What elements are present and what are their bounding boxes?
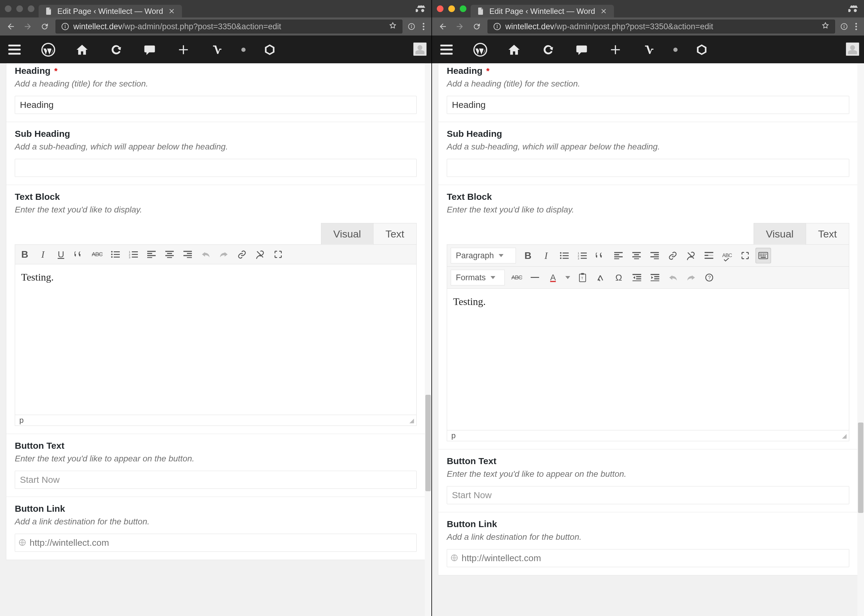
home-icon[interactable] (505, 40, 524, 60)
button-link-input[interactable] (462, 553, 845, 563)
info-icon[interactable] (61, 23, 69, 30)
button-link-input[interactable] (30, 537, 413, 548)
minimize-window-icon[interactable] (448, 5, 455, 12)
updates-icon[interactable] (106, 40, 126, 60)
blockquote-button[interactable] (593, 248, 608, 263)
numbered-list-button[interactable]: 123 (574, 248, 590, 263)
align-center-button[interactable] (162, 247, 177, 262)
tab-visual[interactable]: Visual (321, 223, 374, 245)
bookmark-star-icon[interactable] (389, 22, 397, 31)
text-color-button[interactable]: A (545, 270, 561, 285)
paste-text-button[interactable]: T (575, 270, 590, 285)
keyboard-toggle-button[interactable] (755, 248, 771, 263)
user-avatar-icon[interactable] (413, 42, 427, 56)
bullet-list-button[interactable] (107, 247, 123, 262)
updates-icon[interactable] (538, 40, 558, 60)
help-button[interactable]: ? (702, 270, 717, 285)
outdent-button[interactable] (629, 270, 645, 285)
link-button[interactable] (665, 248, 681, 263)
wordpress-logo-icon[interactable] (39, 40, 58, 60)
editor-body[interactable]: Testing. (447, 289, 849, 431)
forward-button[interactable] (22, 20, 34, 33)
bullet-list-button[interactable] (556, 248, 572, 263)
text-color-picker-button[interactable] (563, 270, 572, 285)
numbered-list-button[interactable]: 123 (126, 247, 141, 262)
formats-select[interactable]: Formats (451, 270, 505, 285)
user-avatar-icon[interactable] (846, 42, 859, 56)
italic-button[interactable]: I (35, 247, 51, 262)
plugin-icon[interactable] (260, 40, 279, 60)
browser-tab[interactable]: Edit Page ‹ Wintellect — Word (471, 5, 614, 17)
maximize-window-icon[interactable] (460, 5, 467, 12)
url-bar[interactable]: wintellect.dev/wp-admin/post.php?post=33… (55, 20, 402, 33)
reload-button[interactable] (471, 20, 483, 33)
url-bar[interactable]: wintellect.dev/wp-admin/post.php?post=33… (487, 20, 835, 33)
undo-button[interactable] (198, 247, 214, 262)
hamburger-menu-icon[interactable] (437, 40, 456, 60)
info-icon[interactable] (493, 23, 501, 30)
browser-tab[interactable]: Edit Page ‹ Wintellect — Word (39, 5, 182, 17)
align-left-button[interactable] (143, 247, 159, 262)
heading-input[interactable] (447, 96, 849, 114)
button-text-input[interactable] (15, 471, 416, 489)
scrollbar-thumb[interactable] (858, 423, 863, 513)
unlink-button[interactable] (683, 248, 699, 263)
fullscreen-button[interactable] (737, 248, 753, 263)
paragraph-select[interactable]: Paragraph (451, 248, 516, 263)
bold-button[interactable]: B (17, 247, 33, 262)
clear-format-button[interactable] (593, 270, 609, 285)
browser-menu-icon[interactable] (853, 20, 859, 33)
hamburger-menu-icon[interactable] (5, 40, 24, 60)
align-left-button[interactable] (610, 248, 626, 263)
redo-button[interactable] (683, 270, 699, 285)
tab-text[interactable]: Text (806, 223, 849, 245)
close-tab-icon[interactable] (600, 8, 607, 15)
tab-text[interactable]: Text (374, 223, 416, 245)
indent-button[interactable] (647, 270, 663, 285)
special-character-button[interactable]: Ω (611, 270, 627, 285)
subheading-input[interactable] (447, 159, 849, 177)
scrollbar-thumb[interactable] (426, 395, 431, 491)
bookmark-star-icon[interactable] (821, 22, 829, 31)
back-button[interactable] (5, 20, 17, 33)
close-tab-icon[interactable] (168, 8, 175, 15)
site-info-icon[interactable] (840, 20, 848, 33)
plugin-icon[interactable] (692, 40, 711, 60)
comments-icon[interactable] (140, 40, 159, 60)
editor-body[interactable]: Testing. (15, 264, 416, 415)
button-text-input[interactable] (447, 486, 849, 504)
home-icon[interactable] (73, 40, 92, 60)
fullscreen-button[interactable] (270, 247, 286, 262)
unlink-button[interactable] (252, 247, 268, 262)
reload-button[interactable] (39, 20, 51, 33)
read-more-button[interactable] (701, 248, 717, 263)
undo-button[interactable] (665, 270, 681, 285)
spellcheck-button[interactable]: ABC (719, 248, 735, 263)
blockquote-button[interactable] (71, 247, 87, 262)
close-window-icon[interactable] (5, 5, 11, 12)
resize-handle-icon[interactable]: ◢ (409, 419, 412, 422)
subheading-input[interactable] (15, 159, 416, 177)
horizontal-rule-button[interactable] (527, 270, 543, 285)
seo-icon[interactable] (640, 40, 659, 60)
align-center-button[interactable] (629, 248, 644, 263)
strikethrough-button[interactable]: ABC (509, 270, 525, 285)
scrollbar[interactable] (858, 63, 864, 616)
comments-icon[interactable] (572, 40, 591, 60)
add-new-icon[interactable] (606, 40, 625, 60)
link-button[interactable] (234, 247, 250, 262)
resize-handle-icon[interactable]: ◢ (842, 434, 845, 438)
back-button[interactable] (437, 20, 449, 33)
tab-visual[interactable]: Visual (754, 223, 806, 245)
add-new-icon[interactable] (174, 40, 193, 60)
heading-input[interactable] (15, 96, 416, 114)
close-window-icon[interactable] (437, 5, 443, 12)
align-right-button[interactable] (180, 247, 196, 262)
align-right-button[interactable] (647, 248, 662, 263)
browser-menu-icon[interactable] (421, 20, 427, 33)
site-info-icon[interactable] (407, 20, 416, 33)
redo-button[interactable] (216, 247, 232, 262)
maximize-window-icon[interactable] (28, 5, 35, 12)
scrollbar[interactable] (425, 63, 431, 616)
underline-button[interactable]: U (53, 247, 69, 262)
